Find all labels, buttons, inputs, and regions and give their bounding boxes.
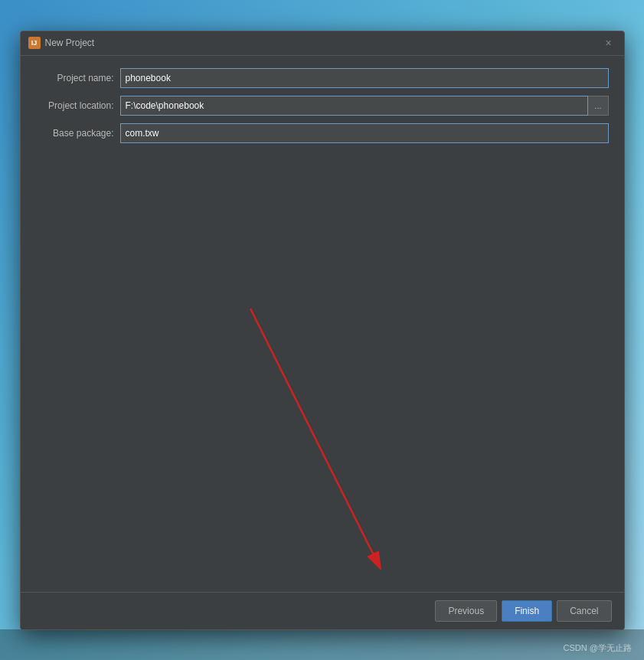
base-package-row: Base package:	[36, 123, 609, 143]
browse-button[interactable]: ...	[588, 96, 608, 116]
base-package-input[interactable]	[120, 123, 609, 143]
base-package-label: Base package:	[36, 128, 120, 139]
previous-button[interactable]: Previous	[435, 600, 497, 622]
title-bar: IJ New Project ×	[21, 31, 624, 56]
dialog-title: New Project	[45, 38, 95, 48]
project-location-input[interactable]	[120, 96, 589, 116]
dialog-footer: Previous Finish Cancel	[21, 592, 624, 629]
project-location-field-group: ...	[120, 96, 609, 116]
svg-line-1	[250, 309, 381, 569]
project-location-row: Project location: ...	[36, 96, 609, 116]
project-name-input[interactable]	[120, 68, 609, 88]
intellij-icon: IJ	[28, 37, 41, 49]
project-location-label: Project location:	[36, 100, 120, 111]
new-project-dialog: IJ New Project × Project name: Project l…	[20, 31, 625, 630]
arrow-annotation	[227, 301, 396, 584]
finish-button[interactable]: Finish	[502, 600, 552, 622]
project-name-label: Project name:	[36, 73, 120, 83]
dialog-content: Project name: Project location: ... Base…	[21, 56, 624, 592]
watermark: CSDN @学无止路	[564, 642, 632, 654]
cancel-button[interactable]: Cancel	[557, 600, 611, 622]
title-bar-left: IJ New Project	[28, 37, 95, 49]
close-button[interactable]: ×	[601, 35, 616, 51]
project-name-row: Project name:	[36, 68, 609, 88]
